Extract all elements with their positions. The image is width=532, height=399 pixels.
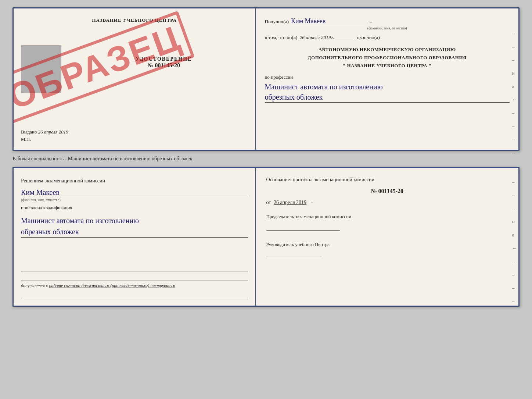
qual-person-block: Ким Макеев (фамилия, имя, отчество): [21, 188, 248, 202]
cert-profession-block: по профессии Машинист автомата по изгото…: [265, 74, 510, 103]
qual-line-1: [21, 264, 248, 271]
cert-recipient-line: Получил(а) Ким Макеев –: [265, 17, 510, 26]
qual-допускается: допускается к работе согласно должностны…: [21, 283, 248, 289]
cert-issued-date: Выдано 26 апреля 2019: [21, 125, 248, 135]
qual-side-marks: – – – и а ← – – – –: [512, 179, 517, 304]
qual-profession-value: Машинист автомата по изготовлению обрезн…: [21, 215, 248, 238]
cert-profession-value: Машинист автомата по изготовлению обрезн…: [265, 82, 510, 103]
qual-head-block: Руководитель учебного Центра: [266, 241, 508, 259]
qual-head-label: Руководитель учебного Центра: [266, 241, 508, 248]
certificate-spread: НАЗВАНИЕ УЧЕБНОГО ЦЕНТРА УДОСТОВЕРЕНИЕ №…: [12, 7, 520, 151]
cert-title: НАЗВАНИЕ УЧЕБНОГО ЦЕНТРА: [21, 17, 248, 23]
side-marks-right: – – – и а ← – – – –: [512, 31, 517, 156]
cert-recipient-sublabel: (фамилия, имя, отчество): [265, 26, 510, 30]
qual-допускается-value: работе согласно должностным (производств…: [49, 283, 175, 288]
cert-mp: М.П.: [21, 136, 248, 142]
qualification-spread: Решением экзаменационной комиссии Ким Ма…: [12, 167, 520, 307]
qual-line-3: [21, 291, 248, 298]
cert-right-panel: Получил(а) Ким Макеев – (фамилия, имя, о…: [256, 8, 518, 150]
qual-protocol-number: № 001145-20: [266, 188, 508, 195]
cert-left-panel: НАЗВАНИЕ УЧЕБНОГО ЦЕНТРА УДОСТОВЕРЕНИЕ №…: [14, 8, 256, 150]
qual-fio-label: (фамилия, имя, отчество): [21, 198, 248, 202]
qual-chairman-block: Председатель экзаменационной комиссии: [266, 213, 508, 231]
cert-profession-label: по профессии: [265, 74, 510, 80]
qual-chairman-label: Председатель экзаменационной комиссии: [266, 213, 508, 220]
cert-date-value: 26 апреля 2019г.: [299, 35, 355, 41]
qual-left-panel: Решением экзаменационной комиссии Ким Ма…: [14, 168, 256, 306]
qual-chairman-line: [266, 223, 340, 231]
qual-person-name: Ким Макеев: [21, 188, 248, 197]
cert-photo: [21, 45, 61, 93]
qual-right-heading: Основание: протокол экзаменационной коми…: [266, 177, 508, 183]
qual-date-line: от 26 апреля 2019 –: [266, 200, 508, 206]
qual-right-panel: Основание: протокол экзаменационной коми…: [256, 168, 518, 306]
cert-recipient-name: Ким Макеев: [291, 17, 364, 26]
qual-heading: Решением экзаменационной комиссии: [21, 177, 248, 185]
qual-date-value: 26 апреля 2019: [274, 200, 306, 205]
qual-assigned-label: присвоена квалификация: [21, 205, 248, 211]
qual-head-line: [266, 251, 321, 258]
qual-line-2: [21, 274, 248, 281]
cert-doc-number: № 001145-20: [80, 62, 248, 69]
cert-doc-label: УДОСТОВЕРЕНИЕ: [80, 56, 248, 62]
cert-date-line: в том, что он(а) 26 апреля 2019г. окончи…: [265, 35, 510, 41]
qual-bottom-lines: допускается к работе согласно должностны…: [21, 264, 248, 298]
document-container: НАЗВАНИЕ УЧЕБНОГО ЦЕНТРА УДОСТОВЕРЕНИЕ №…: [12, 7, 520, 307]
caption: Рабочая специальность - Машинист автомат…: [12, 154, 520, 163]
cert-recipient-block: Получил(а) Ким Макеев – (фамилия, имя, о…: [265, 17, 510, 30]
cert-org-block: АВТОНОМНУЮ НЕКОММЕРЧЕСКУЮ ОРГАНИЗАЦИЮ ДО…: [265, 46, 510, 70]
